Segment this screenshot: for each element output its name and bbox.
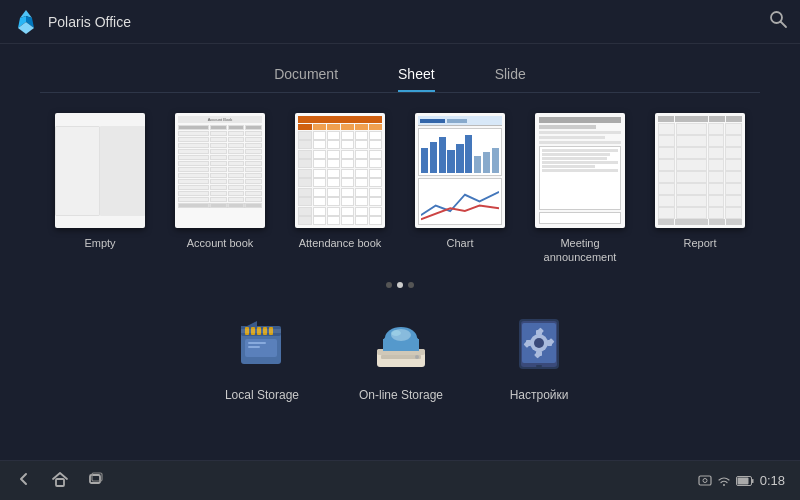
storage-settings-label: Настройки bbox=[510, 388, 569, 402]
template-label-chart: Chart bbox=[447, 236, 474, 250]
tab-sheet[interactable]: Sheet bbox=[398, 66, 435, 92]
template-label-account-book: Account book bbox=[187, 236, 254, 250]
template-thumb-empty bbox=[55, 113, 145, 228]
page-dot-3 bbox=[408, 282, 414, 288]
svg-rect-16 bbox=[248, 346, 260, 348]
svg-point-40 bbox=[534, 338, 544, 348]
svg-line-5 bbox=[781, 22, 787, 28]
storage-section: Local Storage On-line Stora bbox=[0, 298, 800, 407]
back-button[interactable] bbox=[15, 470, 33, 492]
template-thumb-meeting bbox=[535, 113, 625, 228]
top-bar: Polaris Office bbox=[0, 0, 800, 44]
settings-gear-icon bbox=[503, 308, 575, 380]
tab-document[interactable]: Document bbox=[274, 66, 338, 92]
template-thumb-report bbox=[655, 113, 745, 228]
template-thumb-chart bbox=[415, 113, 505, 228]
battery-icon bbox=[736, 475, 754, 487]
template-label-meeting: Meeting announcement bbox=[544, 236, 617, 265]
svg-point-27 bbox=[415, 355, 419, 359]
template-meeting-announcement[interactable]: Meeting announcement bbox=[530, 113, 630, 265]
storage-local[interactable]: Local Storage bbox=[225, 308, 299, 402]
sd-card-icon bbox=[226, 308, 298, 380]
recent-apps-button[interactable] bbox=[87, 470, 105, 492]
storage-settings[interactable]: Настройки bbox=[503, 308, 575, 402]
template-chart[interactable]: Chart bbox=[410, 113, 510, 250]
search-icon[interactable] bbox=[768, 9, 788, 34]
storage-online-label: On-line Storage bbox=[359, 388, 443, 402]
svg-rect-41 bbox=[536, 365, 542, 367]
template-label-empty: Empty bbox=[84, 236, 115, 250]
svg-rect-17 bbox=[241, 329, 281, 333]
svg-rect-49 bbox=[752, 479, 754, 483]
polaris-logo-icon bbox=[12, 8, 40, 36]
status-icons bbox=[698, 474, 754, 488]
svg-point-47 bbox=[723, 484, 725, 486]
svg-rect-42 bbox=[56, 479, 64, 486]
svg-point-46 bbox=[703, 478, 707, 482]
template-account-book[interactable]: Account Book bbox=[170, 113, 270, 250]
bottom-nav-right: 0:18 bbox=[698, 473, 785, 488]
page-dot-1 bbox=[386, 282, 392, 288]
template-section: Empty Account Book bbox=[0, 93, 800, 275]
svg-point-25 bbox=[391, 330, 401, 336]
bottom-nav-left bbox=[15, 470, 105, 492]
storage-online[interactable]: On-line Storage bbox=[359, 308, 443, 402]
top-bar-left: Polaris Office bbox=[12, 8, 131, 36]
template-label-attendance-book: Attendance book bbox=[299, 236, 382, 250]
bottom-bar: 0:18 bbox=[0, 460, 800, 500]
tab-slide[interactable]: Slide bbox=[495, 66, 526, 92]
template-empty[interactable]: Empty bbox=[50, 113, 150, 250]
cloud-storage-icon bbox=[365, 308, 437, 380]
template-thumb-account-book: Account Book bbox=[175, 113, 265, 228]
template-report[interactable]: Report bbox=[650, 113, 750, 250]
screenshot-icon bbox=[698, 474, 712, 488]
template-thumb-attendance-book bbox=[295, 113, 385, 228]
storage-local-label: Local Storage bbox=[225, 388, 299, 402]
page-dot-2 bbox=[397, 282, 403, 288]
svg-rect-50 bbox=[737, 477, 748, 484]
wifi-icon bbox=[717, 474, 731, 488]
home-button[interactable] bbox=[51, 470, 69, 492]
svg-rect-45 bbox=[699, 476, 711, 485]
tabs-bar: Document Sheet Slide bbox=[0, 44, 800, 92]
template-label-report: Report bbox=[683, 236, 716, 250]
app-title: Polaris Office bbox=[48, 14, 131, 30]
page-indicator bbox=[0, 277, 800, 293]
svg-rect-15 bbox=[248, 342, 266, 344]
template-attendance-book[interactable]: Attendance book bbox=[290, 113, 390, 250]
time-display: 0:18 bbox=[760, 473, 785, 488]
